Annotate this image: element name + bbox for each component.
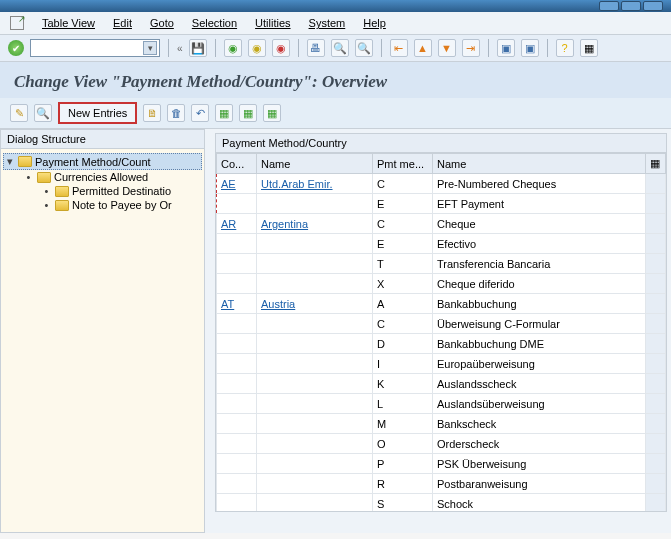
cell-desc[interactable]: Cheque diferido xyxy=(433,274,646,294)
configure-columns-icon[interactable]: ▦ xyxy=(646,154,666,174)
table-row[interactable]: TTransferencia Bancaria xyxy=(217,254,666,274)
enter-icon[interactable]: ✔ xyxy=(8,40,24,56)
save-icon[interactable]: 💾 xyxy=(189,39,207,57)
cell-name[interactable] xyxy=(257,334,373,354)
col-name-header[interactable]: Name xyxy=(257,154,373,174)
cell-pm[interactable]: C xyxy=(373,314,433,334)
cell-country[interactable] xyxy=(217,494,257,513)
cell-pm[interactable]: D xyxy=(373,334,433,354)
table-row[interactable]: RPostbaranweisung xyxy=(217,474,666,494)
exit-icon[interactable]: ◉ xyxy=(248,39,266,57)
cell-country[interactable] xyxy=(217,314,257,334)
cell-desc[interactable]: Postbaranweisung xyxy=(433,474,646,494)
table-row[interactable]: PPSK Überweisung xyxy=(217,454,666,474)
cell-pm[interactable]: X xyxy=(373,274,433,294)
copy-icon[interactable]: 🗎 xyxy=(143,104,161,122)
print-icon[interactable]: 🖶 xyxy=(307,39,325,57)
last-page-icon[interactable]: ⇥ xyxy=(462,39,480,57)
cell-desc[interactable]: EFT Payment xyxy=(433,194,646,214)
table-row[interactable]: LAuslandsüberweisung xyxy=(217,394,666,414)
cell-pm[interactable]: S xyxy=(373,494,433,513)
col-country-header[interactable]: Co... xyxy=(217,154,257,174)
cell-desc[interactable]: Überweisung C-Formular xyxy=(433,314,646,334)
cell-name[interactable] xyxy=(257,234,373,254)
table-row[interactable]: ATAustriaABankabbuchung xyxy=(217,294,666,314)
cell-name[interactable] xyxy=(257,194,373,214)
next-page-icon[interactable]: ▼ xyxy=(438,39,456,57)
cell-name[interactable] xyxy=(257,474,373,494)
table-row[interactable]: KAuslandsscheck xyxy=(217,374,666,394)
cell-desc[interactable]: PSK Überweisung xyxy=(433,454,646,474)
cell-desc[interactable]: Bankabbuchung DME xyxy=(433,334,646,354)
cell-country[interactable] xyxy=(217,334,257,354)
back-double-icon[interactable]: « xyxy=(177,43,183,54)
cell-desc[interactable]: Bankabbuchung xyxy=(433,294,646,314)
first-page-icon[interactable]: ⇤ xyxy=(390,39,408,57)
back-icon[interactable]: ◉ xyxy=(224,39,242,57)
cell-pm[interactable]: P xyxy=(373,454,433,474)
cell-name[interactable] xyxy=(257,354,373,374)
cell-pm[interactable]: A xyxy=(373,294,433,314)
cell-pm[interactable]: C xyxy=(373,214,433,234)
cell-desc[interactable]: Europaüberweisung xyxy=(433,354,646,374)
cell-name[interactable]: Argentina xyxy=(257,214,373,234)
close-button[interactable] xyxy=(643,1,663,11)
chevron-down-icon[interactable]: ▾ xyxy=(143,41,157,55)
cell-desc[interactable]: Efectivo xyxy=(433,234,646,254)
cell-pm[interactable]: R xyxy=(373,474,433,494)
tree-child-note[interactable]: • Note to Payee by Or xyxy=(3,198,202,212)
cell-name[interactable] xyxy=(257,274,373,294)
prev-page-icon[interactable]: ▲ xyxy=(414,39,432,57)
cell-country[interactable] xyxy=(217,234,257,254)
cell-pm[interactable]: T xyxy=(373,254,433,274)
tree-child-permitted[interactable]: • Permitted Destinatio xyxy=(3,184,202,198)
app-menu-icon[interactable] xyxy=(10,16,24,30)
col-pm-header[interactable]: Pmt me... xyxy=(373,154,433,174)
menu-table-view[interactable]: Table View xyxy=(42,17,95,29)
table-row[interactable]: ARArgentinaCCheque xyxy=(217,214,666,234)
cell-pm[interactable]: O xyxy=(373,434,433,454)
cell-pm[interactable]: L xyxy=(373,394,433,414)
table-row[interactable]: EEFT Payment xyxy=(217,194,666,214)
delete-icon[interactable]: 🗑 xyxy=(167,104,185,122)
cell-name[interactable]: Austria xyxy=(257,294,373,314)
menu-edit[interactable]: Edit xyxy=(113,17,132,29)
menu-utilities[interactable]: Utilities xyxy=(255,17,290,29)
cell-desc[interactable]: Pre-Numbered Cheques xyxy=(433,174,646,194)
restore-button[interactable] xyxy=(621,1,641,11)
cell-name[interactable] xyxy=(257,254,373,274)
cell-pm[interactable]: E xyxy=(373,234,433,254)
cell-country[interactable]: AR xyxy=(217,214,257,234)
table-row[interactable]: DBankabbuchung DME xyxy=(217,334,666,354)
table-row[interactable]: MBankscheck xyxy=(217,414,666,434)
cell-country[interactable] xyxy=(217,374,257,394)
table-row[interactable]: AEUtd.Arab Emir.CPre-Numbered Cheques xyxy=(217,174,666,194)
cell-desc[interactable]: Orderscheck xyxy=(433,434,646,454)
shortcut-icon[interactable]: ▣ xyxy=(521,39,539,57)
cell-name[interactable] xyxy=(257,314,373,334)
cell-country[interactable] xyxy=(217,414,257,434)
collapse-icon[interactable]: ▾ xyxy=(4,155,15,168)
cell-pm[interactable]: C xyxy=(373,174,433,194)
cell-country[interactable]: AT xyxy=(217,294,257,314)
change-display-icon[interactable]: ✎ xyxy=(10,104,28,122)
cell-country[interactable] xyxy=(217,474,257,494)
cell-desc[interactable]: Transferencia Bancaria xyxy=(433,254,646,274)
table-row[interactable]: IEuropaüberweisung xyxy=(217,354,666,374)
undo-icon[interactable]: ↶ xyxy=(191,104,209,122)
cell-name[interactable] xyxy=(257,394,373,414)
cell-name[interactable] xyxy=(257,494,373,513)
cell-pm[interactable]: K xyxy=(373,374,433,394)
help-icon[interactable]: ? xyxy=(556,39,574,57)
cell-desc[interactable]: Cheque xyxy=(433,214,646,234)
cancel-icon[interactable]: ◉ xyxy=(272,39,290,57)
cell-pm[interactable]: E xyxy=(373,194,433,214)
tree-root[interactable]: ▾ Payment Method/Count xyxy=(3,153,202,170)
table-row[interactable]: OOrderscheck xyxy=(217,434,666,454)
cell-country[interactable] xyxy=(217,274,257,294)
col-desc-header[interactable]: Name xyxy=(433,154,646,174)
menu-goto[interactable]: Goto xyxy=(150,17,174,29)
new-session-icon[interactable]: ▣ xyxy=(497,39,515,57)
cell-country[interactable] xyxy=(217,434,257,454)
table-row[interactable]: EEfectivo xyxy=(217,234,666,254)
